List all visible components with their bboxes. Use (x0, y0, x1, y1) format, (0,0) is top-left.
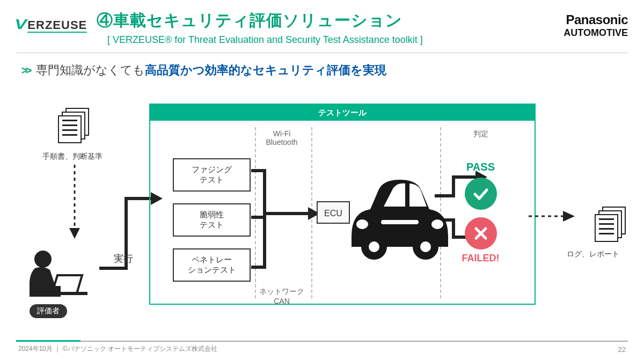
test-tool-panel: テストツール Wi-FiBluetooth ネットワークCAN ファジング テス… (149, 104, 536, 305)
svg-marker-1 (69, 228, 80, 239)
fail-badge: FAILED! (452, 217, 509, 264)
svg-point-10 (420, 241, 431, 252)
svg-point-9 (369, 241, 379, 252)
exec-label: 実行 (114, 252, 133, 265)
judge-label: 判定 (457, 129, 505, 139)
evaluator-label: 評価者 (30, 304, 67, 318)
interface-net-label: ネットワークCAN (258, 287, 306, 305)
ecu-box: ECU (317, 201, 350, 224)
verzeuse-logo: VERZEUSE (16, 16, 87, 33)
svg-marker-19 (563, 211, 575, 222)
documents-icon (58, 108, 91, 141)
panasonic-logo: Panasonic AUTOMOTIVE (564, 12, 628, 39)
test-type-list: ファジング テスト 脆弱性 テスト ペネトレー ションテスト (173, 158, 251, 293)
test-penetration: ペネトレー ションテスト (173, 248, 251, 282)
svg-point-11 (356, 219, 368, 229)
svg-rect-13 (381, 220, 419, 224)
svg-point-2 (34, 251, 52, 268)
footer-copyright: 2024年10月 ｜ ©パナソニック オートモーティブシステムズ株式会社 (18, 344, 217, 354)
arrow-docs-to-evaluator (67, 165, 83, 240)
car-icon (341, 161, 459, 268)
test-vuln: 脆弱性 テスト (173, 203, 251, 237)
evaluator-icon: 評価者 (19, 244, 99, 303)
svg-point-12 (431, 219, 443, 229)
documents-label: 手順書、判断基準 (32, 152, 113, 161)
logs-label: ログ、レポート (553, 249, 633, 259)
arrow-tests-to-ecu (251, 163, 321, 275)
panel-title: テストツール (150, 105, 535, 121)
page-number: 22 (618, 346, 626, 354)
check-icon (465, 178, 497, 210)
slide-subtitle: [ VERZEUSE® for Threat Evaluation and Se… (107, 34, 423, 46)
logs-icon (595, 207, 628, 240)
interface-wifi-label: Wi-FiBluetooth (258, 129, 306, 146)
x-icon (465, 217, 497, 249)
test-fuzzing: ファジング テスト (173, 158, 251, 192)
lead-line: >> 専門知識がなくても高品質かつ効率的なセキュリティ評価を実現 (21, 62, 386, 78)
arrow-to-logs (529, 209, 577, 225)
pass-badge: PASS (452, 161, 509, 210)
slide-title: ④車載セキュリティ評価ソリューション (97, 10, 402, 32)
